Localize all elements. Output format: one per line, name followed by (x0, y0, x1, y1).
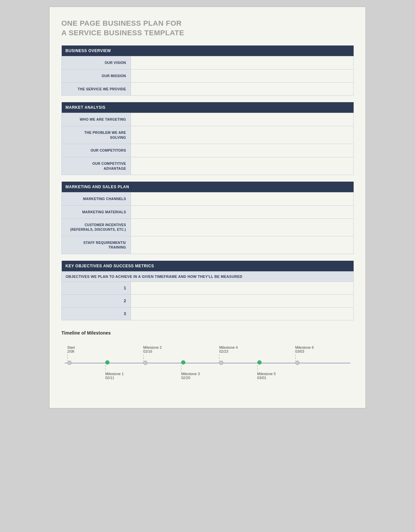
table-row: 1 (62, 282, 354, 295)
table-row: STAFF REQUIREMENTS/TRAINING (62, 236, 354, 254)
milestone-2: Milestone 2 02/16 (143, 345, 162, 365)
timeline-section: Timeline of Milestones Start 2/08 Milest… (61, 327, 354, 395)
row-value (131, 157, 354, 175)
table-row: OUR COMPETITIVEADVANTAGE (62, 157, 354, 175)
table-row: THE SERVICE WE PROVIDE (62, 82, 354, 96)
milestone-1: Milestone 1 02/11 (105, 360, 124, 380)
row-label: THE SERVICE WE PROVIDE (62, 82, 131, 96)
marketing-sales-table: MARKETING AND SALES PLAN MARKETING CHANN… (61, 182, 354, 254)
row-value (131, 219, 354, 236)
table-row: 2 (62, 295, 354, 308)
table-row: 3 (62, 308, 354, 320)
table-row: MARKETING CHANNELS (62, 192, 354, 206)
row-value (131, 69, 354, 82)
key-objectives-header: KEY OBJECTIVES AND SUCCESS METRICS (62, 261, 354, 272)
table-row: CUSTOMER INCENTIVES(REFERRALS, DISCOUNTS… (62, 219, 354, 236)
row-label: STAFF REQUIREMENTS/TRAINING (62, 236, 131, 254)
row-value (131, 236, 354, 254)
row-value (131, 295, 354, 308)
market-analysis-header: MARKET ANALYSIS (62, 102, 354, 113)
row-label: OUR COMPETITIVEADVANTAGE (62, 157, 131, 175)
milestone-6: Milestone 6 03/03 (295, 345, 314, 365)
row-value (131, 282, 354, 295)
milestone-3: Milestone 3 02/20 (181, 360, 200, 380)
marketing-sales-header: MARKETING AND SALES PLAN (62, 182, 354, 192)
milestone-4: Milestone 4 02/23 (219, 345, 238, 365)
page-container: ONE PAGE BUSINESS PLAN FOR A SERVICE BUS… (49, 7, 366, 408)
key-objectives-table: KEY OBJECTIVES AND SUCCESS METRICS OBJEC… (61, 261, 354, 320)
row-label: MARKETING CHANNELS (62, 192, 131, 206)
row-number: 1 (62, 282, 131, 295)
timeline-title: Timeline of Milestones (61, 330, 354, 336)
table-row: THE PROBLEM WE ARESOLVING (62, 126, 354, 144)
table-row: OUR COMPETITORS (62, 144, 354, 157)
milestone-5: Milestone 5 03/01 (257, 360, 276, 380)
table-row: WHO WE ARE TARGETING (62, 113, 354, 126)
row-label: WHO WE ARE TARGETING (62, 113, 131, 126)
row-label: THE PROBLEM WE ARESOLVING (62, 126, 131, 144)
table-row: OUR VISION (62, 56, 354, 70)
row-value (131, 82, 354, 96)
business-overview-header: BUSINESS OVERVIEW (62, 45, 354, 56)
timeline-wrapper: Start 2/08 Milestone 2 02/16 Milestone 4… (61, 345, 354, 388)
milestone-start: Start 2/08 (67, 345, 75, 365)
row-label: OUR COMPETITORS (62, 144, 131, 157)
row-label: MARKETING MATERIALS (62, 206, 131, 219)
page-title: ONE PAGE BUSINESS PLAN FOR A SERVICE BUS… (61, 19, 354, 38)
row-number: 2 (62, 295, 131, 308)
table-row: MARKETING MATERIALS (62, 206, 354, 219)
row-label: OUR VISION (62, 56, 131, 70)
objectives-subheader: OBJECTIVES WE PLAN TO ACHIEVE IN A GIVEN… (62, 272, 354, 282)
row-label: OUR MISSION (62, 69, 131, 82)
row-value (131, 144, 354, 157)
row-value (131, 56, 354, 70)
table-row: OUR MISSION (62, 69, 354, 82)
row-value (131, 206, 354, 219)
market-analysis-table: MARKET ANALYSIS WHO WE ARE TARGETING THE… (61, 102, 354, 175)
row-number: 3 (62, 308, 131, 320)
row-value (131, 308, 354, 320)
row-value (131, 126, 354, 144)
row-label: CUSTOMER INCENTIVES(REFERRALS, DISCOUNTS… (62, 219, 131, 236)
business-overview-table: BUSINESS OVERVIEW OUR VISION OUR MISSION… (61, 45, 354, 96)
row-value (131, 192, 354, 206)
row-value (131, 113, 354, 126)
